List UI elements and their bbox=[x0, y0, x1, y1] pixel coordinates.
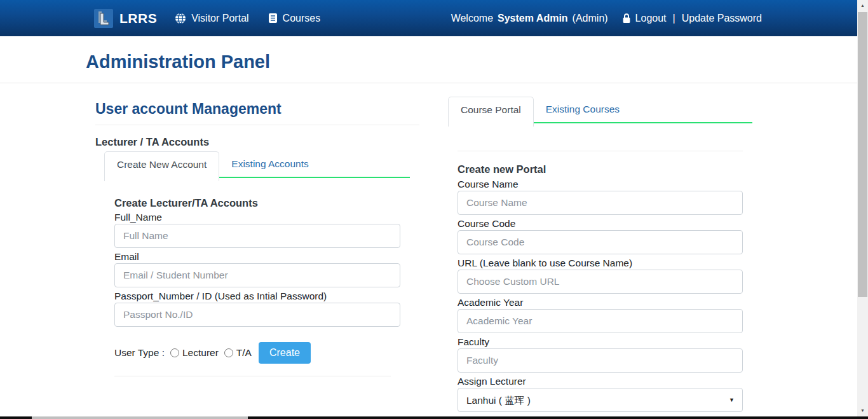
radio-lecturer-label[interactable]: Lecturer bbox=[182, 347, 219, 359]
user-type-label: User Type : bbox=[114, 347, 165, 359]
course-name-input[interactable] bbox=[458, 191, 743, 215]
form-title: Create Lecturer/TA Accounts bbox=[114, 196, 400, 210]
book-icon bbox=[268, 13, 278, 24]
lock-icon bbox=[622, 13, 631, 24]
taskbar-strip bbox=[0, 416, 868, 419]
course-portal-panel: Course Portal Existing Courses Create ne… bbox=[448, 83, 753, 419]
tab-course-portal[interactable]: Course Portal bbox=[448, 97, 534, 127]
browser-viewport: LRRS Visitor Portal bbox=[0, 0, 868, 419]
user-type-row: User Type : Lecturer T/A Create bbox=[114, 342, 400, 364]
brand-text[interactable]: LRRS bbox=[119, 11, 157, 26]
assign-lecturer-select-wrap: Lanhui ( 蓝珲 ) ▼ bbox=[458, 388, 743, 412]
tab-existing-accounts[interactable]: Existing Accounts bbox=[219, 151, 320, 177]
scroll-down-icon[interactable]: ▼ bbox=[857, 405, 868, 416]
create-account-form: Create Lecturer/TA Accounts Full_Name Em… bbox=[114, 196, 400, 376]
scrollbar-thumb[interactable] bbox=[858, 12, 867, 297]
page-title: Administration Panel bbox=[86, 52, 270, 72]
update-password-link[interactable]: Update Password bbox=[682, 13, 762, 24]
email-label: Email bbox=[114, 251, 400, 263]
custom-url-input[interactable] bbox=[458, 270, 743, 294]
nav-item-label: Courses bbox=[283, 13, 321, 24]
nav-links: Visitor Portal Courses bbox=[175, 13, 320, 24]
scroll-up-icon[interactable]: ▲ bbox=[857, 0, 868, 11]
form-title: Create new Portal bbox=[458, 162, 743, 176]
user-account-panel: User account Management Lecturer / TA Ac… bbox=[95, 83, 419, 376]
radio-ta[interactable] bbox=[224, 348, 233, 357]
assign-lecturer-label: Assign Lecturer bbox=[458, 375, 743, 388]
vertical-scrollbar[interactable]: ▲ ▼ bbox=[857, 0, 868, 419]
assign-lecturer-select[interactable]: Lanhui ( 蓝珲 ) bbox=[458, 388, 743, 412]
panel-title: User account Management bbox=[95, 99, 419, 118]
user-role: (Admin) bbox=[573, 13, 608, 24]
taskbar-strip-segment bbox=[32, 416, 248, 419]
tab-create-new-account[interactable]: Create New Account bbox=[104, 151, 219, 181]
logout-label[interactable]: Logout bbox=[635, 13, 667, 24]
divider bbox=[95, 125, 419, 125]
passport-label: Passport_Number / ID (Used as Intial Pas… bbox=[114, 290, 400, 303]
logout-link[interactable]: Logout bbox=[622, 13, 667, 24]
radio-lecturer[interactable] bbox=[170, 348, 179, 357]
user-name: System Admin bbox=[498, 13, 568, 24]
course-code-label: Course Code bbox=[458, 217, 743, 230]
radio-ta-label[interactable]: T/A bbox=[236, 347, 252, 359]
nav-separator: | bbox=[673, 13, 675, 24]
course-tabs: Course Portal Existing Courses bbox=[448, 97, 752, 123]
top-navbar: LRRS Visitor Portal bbox=[0, 0, 857, 36]
course-name-label: Course Name bbox=[458, 178, 743, 191]
full-name-input[interactable] bbox=[114, 224, 400, 248]
welcome-text: Welcome bbox=[451, 13, 493, 24]
page-header: Administration Panel bbox=[0, 36, 857, 83]
brand[interactable]: LRRS bbox=[94, 9, 157, 28]
tab-existing-courses[interactable]: Existing Courses bbox=[534, 97, 632, 122]
full-name-label: Full_Name bbox=[114, 211, 400, 224]
lrrs-logo-icon bbox=[94, 9, 113, 28]
faculty-input[interactable] bbox=[458, 348, 743, 373]
section-title-lecturer-ta-accounts: Lecturer / TA Accounts bbox=[95, 135, 419, 149]
nav-user-area: Welcome System Admin (Admin) Logout | Up… bbox=[451, 13, 762, 24]
faculty-label: Faculty bbox=[458, 336, 743, 348]
academic-year-label: Academic Year bbox=[458, 296, 743, 309]
globe-icon bbox=[175, 13, 186, 24]
divider bbox=[114, 376, 391, 376]
course-code-input[interactable] bbox=[458, 230, 743, 254]
create-portal-form: Create new Portal Course Name Course Cod… bbox=[458, 162, 743, 419]
nav-item-label: Visitor Portal bbox=[191, 13, 248, 24]
nav-item-courses[interactable]: Courses bbox=[268, 13, 321, 24]
academic-year-input[interactable] bbox=[458, 309, 743, 333]
nav-item-visitor-portal[interactable]: Visitor Portal bbox=[175, 13, 248, 24]
divider bbox=[458, 151, 743, 151]
url-label: URL (Leave blank to use Course Name) bbox=[458, 257, 743, 270]
email-input[interactable] bbox=[114, 263, 400, 287]
account-tabs: Create New Account Existing Accounts bbox=[104, 151, 410, 178]
passport-input[interactable] bbox=[114, 303, 400, 327]
create-button[interactable]: Create bbox=[259, 342, 311, 364]
